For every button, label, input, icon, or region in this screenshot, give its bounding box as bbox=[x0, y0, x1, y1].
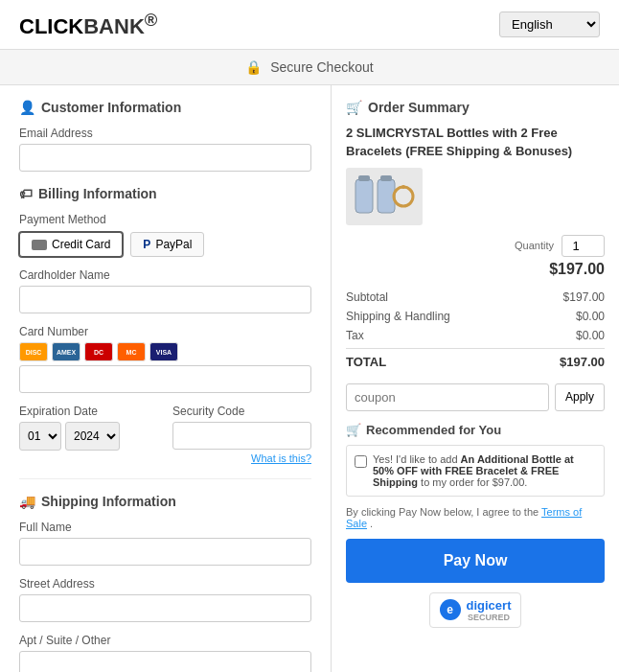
paypal-button[interactable]: P PayPal bbox=[130, 232, 204, 257]
person-icon: 👤 bbox=[19, 100, 35, 115]
apt-label: Apt / Suite / Other bbox=[19, 634, 311, 647]
exp-month-select[interactable]: 01020304 05060708 09101112 bbox=[19, 422, 61, 451]
right-column: 🛒 Order Summary 2 SLIMCRYSTAL Bottles wi… bbox=[332, 85, 619, 672]
street-address-label: Street Address bbox=[19, 577, 311, 591]
street-address-input[interactable] bbox=[19, 594, 311, 622]
svg-rect-2 bbox=[378, 179, 395, 213]
product-image bbox=[346, 168, 423, 225]
paypal-icon: P bbox=[143, 238, 150, 251]
digicert-logo-circle: e bbox=[440, 599, 461, 620]
total-label: TOTAL bbox=[346, 355, 386, 369]
tax-value: $0.00 bbox=[576, 329, 605, 342]
digicert-text: digicert SECURED bbox=[467, 598, 512, 622]
svg-rect-1 bbox=[358, 175, 370, 181]
terms-text: By clicking Pay Now below, I agree to th… bbox=[346, 506, 605, 529]
logo: CLICKBANK® bbox=[19, 10, 157, 39]
lock-icon: 🔒 bbox=[245, 59, 262, 75]
apt-input[interactable] bbox=[19, 651, 311, 672]
diners-icon: DC bbox=[84, 342, 113, 361]
secure-checkout-text: Secure Checkout bbox=[270, 59, 373, 75]
total-row: TOTAL $197.00 bbox=[346, 348, 605, 372]
card-number-label: Card Number bbox=[19, 325, 311, 338]
email-input[interactable] bbox=[19, 144, 311, 172]
recommended-label: Recommended for You bbox=[366, 423, 501, 437]
cart-recommended-icon: 🛒 bbox=[346, 423, 361, 437]
what-is-this-link[interactable]: What is this? bbox=[172, 452, 311, 464]
card-icons: DISC AMEX DC MC VISA bbox=[19, 342, 178, 361]
subtotal-row: Subtotal $197.00 bbox=[346, 288, 605, 307]
security-code-input[interactable] bbox=[172, 422, 311, 450]
shipping-section-title: Shipping Information bbox=[41, 494, 176, 509]
cart-icon: 🛒 bbox=[346, 100, 362, 115]
svg-point-5 bbox=[401, 185, 405, 189]
exp-year-select[interactable]: 202420252026 2027202820292030 bbox=[65, 422, 120, 451]
coupon-row: Apply bbox=[346, 383, 605, 411]
header: CLICKBANK® English Spanish French German… bbox=[0, 0, 619, 50]
quantity-row: Quantity bbox=[346, 235, 605, 257]
amex-icon: AMEX bbox=[52, 342, 80, 361]
svg-rect-0 bbox=[355, 179, 373, 213]
shipping-label: Shipping & Handling bbox=[346, 310, 450, 323]
digicert-name: digicert bbox=[467, 598, 512, 613]
full-name-label: Full Name bbox=[19, 521, 311, 534]
recommended-title: 🛒 Recommended for You bbox=[346, 423, 605, 437]
cardholder-name-input[interactable] bbox=[19, 286, 311, 313]
terms-prefix: By clicking Pay Now below, I agree to th… bbox=[346, 506, 539, 518]
truck-icon: 🚚 bbox=[19, 494, 35, 509]
billing-section-title: Billing Information bbox=[38, 186, 157, 201]
digicert-section: e digicert SECURED bbox=[346, 592, 605, 628]
quantity-input[interactable] bbox=[562, 235, 605, 257]
secure-checkout-bar: 🔒 Secure Checkout bbox=[0, 50, 619, 85]
tax-label: Tax bbox=[346, 329, 364, 342]
pay-now-button[interactable]: Pay Now bbox=[346, 539, 605, 583]
product-title: 2 SLIMCRYSTAL Bottles with 2 Free Bracel… bbox=[346, 125, 605, 159]
logo-bank: BANK bbox=[83, 14, 145, 38]
digicert-subtitle: SECURED bbox=[467, 613, 512, 622]
main-price: $197.00 bbox=[346, 261, 605, 278]
coupon-input[interactable] bbox=[346, 383, 549, 411]
exp-selects: 01020304 05060708 09101112 202420252026 … bbox=[19, 422, 158, 451]
mastercard-icon: MC bbox=[117, 342, 146, 361]
email-label: Email Address bbox=[19, 127, 311, 140]
quantity-label: Quantity bbox=[515, 240, 554, 251]
security-code-label: Security Code bbox=[172, 405, 311, 418]
credit-card-icon bbox=[32, 240, 47, 250]
exp-security-row: Expiration Date 01020304 05060708 091011… bbox=[19, 393, 311, 464]
upsell-text: Yes! I'd like to add An Additional Bottl… bbox=[373, 453, 596, 488]
customer-section-header: 👤 Customer Information bbox=[19, 100, 311, 115]
svg-point-4 bbox=[394, 187, 413, 206]
cardholder-name-label: Cardholder Name bbox=[19, 268, 311, 282]
expiration-group: Expiration Date 01020304 05060708 091011… bbox=[19, 393, 158, 464]
billing-section: 🏷 Billing Information Payment Method Cre… bbox=[19, 186, 311, 464]
digicert-badge: e digicert SECURED bbox=[429, 592, 522, 628]
shipping-section-header: 🚚 Shipping Information bbox=[19, 494, 311, 509]
payment-methods: Credit Card P PayPal bbox=[19, 232, 311, 257]
payment-method-label: Payment Method bbox=[19, 213, 311, 226]
security-code-group: Security Code What is this? bbox=[172, 393, 311, 464]
full-name-input[interactable] bbox=[19, 538, 311, 566]
divider bbox=[19, 478, 311, 479]
billing-section-header: 🏷 Billing Information bbox=[19, 186, 311, 201]
total-value: $197.00 bbox=[560, 355, 605, 369]
main-layout: 👤 Customer Information Email Address 🏷 B… bbox=[0, 85, 619, 672]
tax-row: Tax $0.00 bbox=[346, 326, 605, 345]
order-summary-title: Order Summary bbox=[368, 100, 470, 115]
upsell-checkbox[interactable] bbox=[355, 455, 367, 468]
tag-icon: 🏷 bbox=[19, 186, 33, 201]
subtotal-label: Subtotal bbox=[346, 290, 388, 304]
paypal-label: PayPal bbox=[155, 238, 192, 251]
visa-icon: VISA bbox=[149, 342, 178, 361]
order-summary-header: 🛒 Order Summary bbox=[346, 100, 605, 115]
left-column: 👤 Customer Information Email Address 🏷 B… bbox=[0, 85, 332, 672]
credit-card-button[interactable]: Credit Card bbox=[19, 232, 123, 257]
logo-trademark: ® bbox=[145, 10, 158, 30]
shipping-row: Shipping & Handling $0.00 bbox=[346, 307, 605, 326]
expiration-label: Expiration Date bbox=[19, 405, 158, 418]
discover-icon: DISC bbox=[19, 342, 48, 361]
card-number-input[interactable] bbox=[19, 365, 311, 393]
card-number-row: DISC AMEX DC MC VISA bbox=[19, 342, 311, 361]
customer-section-title: Customer Information bbox=[41, 100, 181, 115]
apply-coupon-button[interactable]: Apply bbox=[555, 383, 605, 411]
subtotal-value: $197.00 bbox=[563, 290, 605, 304]
language-select[interactable]: English Spanish French German Portuguese bbox=[499, 12, 600, 37]
